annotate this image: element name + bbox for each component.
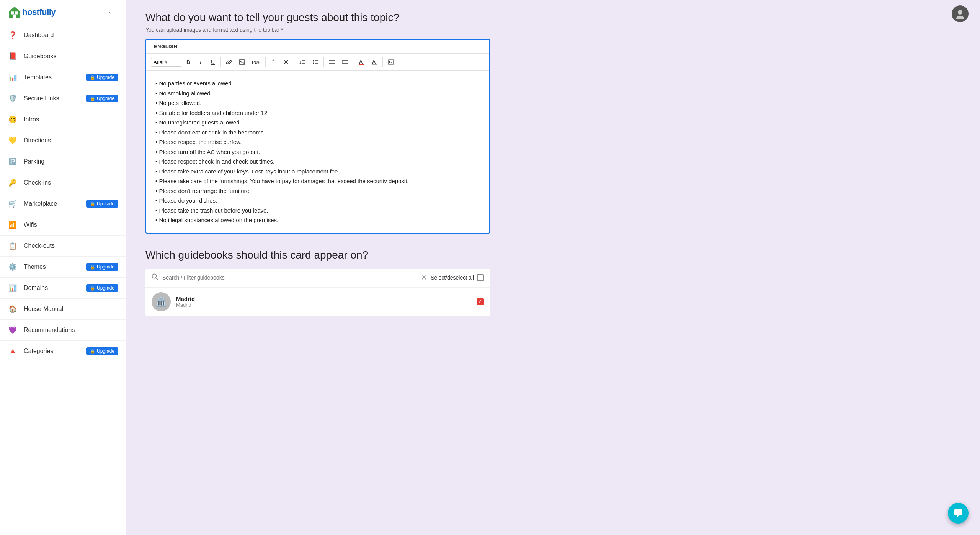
marketplace-upgrade-badge[interactable]: Upgrade <box>86 200 118 208</box>
svg-rect-32 <box>372 64 377 65</box>
svg-marker-28 <box>342 61 343 63</box>
select-all-checkbox[interactable] <box>477 274 484 281</box>
search-input[interactable] <box>162 275 417 281</box>
templates-upgrade-badge[interactable]: Upgrade <box>86 74 118 81</box>
clear-search-button[interactable]: ✕ <box>421 273 427 282</box>
check-outs-label: Check-outs <box>24 242 118 249</box>
domains-icon: 📊 <box>8 283 18 293</box>
guidebooks-label: Guidebooks <box>24 53 118 60</box>
sidebar-item-house-manual[interactable]: 🏠House Manual <box>0 299 126 320</box>
sidebar-header: hostfully ← <box>0 0 126 25</box>
editor-list-item: Please turn off the AC when you go out. <box>155 147 480 157</box>
editor-body[interactable]: No parties or events allowed.No smoking … <box>146 71 489 233</box>
main-content: What do you want to tell your guests abo… <box>126 0 980 535</box>
blockquote-button[interactable]: “ <box>268 57 279 67</box>
wifis-icon: 📶 <box>8 220 18 230</box>
outdent-button[interactable] <box>326 57 338 67</box>
image-button[interactable] <box>236 57 248 67</box>
sidebar-item-recommendations[interactable]: 💜Recommendations <box>0 320 126 341</box>
ordered-list-button[interactable]: 1. <box>297 57 308 67</box>
guidebook-item: 🏛️MadridMadrid <box>145 287 490 316</box>
dashboard-label: Dashboard <box>24 32 118 39</box>
unordered-list-button[interactable] <box>310 57 321 67</box>
link-icon <box>226 59 232 65</box>
categories-upgrade-badge[interactable]: Upgrade <box>86 347 118 355</box>
bold-button[interactable]: B <box>183 57 194 67</box>
sidebar-item-marketplace[interactable]: 🛒MarketplaceUpgrade <box>0 193 126 214</box>
clear-format-button[interactable] <box>280 57 292 67</box>
font-dropdown-icon: ▼ <box>164 60 168 64</box>
font-selector[interactable]: Arial ▼ <box>151 58 181 67</box>
sidebar-item-wifis[interactable]: 📶Wifis <box>0 214 126 236</box>
sidebar-item-intros[interactable]: 😊Intros <box>0 109 126 130</box>
dashboard-icon: ❓ <box>8 30 18 40</box>
guidebooks-box: ✕ Select/deselect all 🏛️MadridMadrid <box>145 269 490 316</box>
editor-list-item: No smoking allowed. <box>155 88 480 98</box>
search-icon <box>152 273 158 282</box>
guidebook-list: 🏛️MadridMadrid <box>145 287 490 316</box>
logo-text: hostfully <box>22 7 56 17</box>
user-avatar-button[interactable] <box>952 5 969 22</box>
sidebar-item-secure-links[interactable]: 🛡️Secure LinksUpgrade <box>0 88 126 109</box>
sidebar-item-parking[interactable]: 🅿️Parking <box>0 151 126 172</box>
secure-links-upgrade-badge[interactable]: Upgrade <box>86 95 118 102</box>
editor-list-item: Please take the trash out before you lea… <box>155 206 480 216</box>
intros-icon: 😊 <box>8 115 18 124</box>
sidebar-item-guidebooks[interactable]: 📕Guidebooks <box>0 46 126 67</box>
svg-rect-7 <box>239 60 245 64</box>
wifis-label: Wifis <box>24 221 118 228</box>
underline-button[interactable]: U <box>207 57 218 67</box>
marketplace-label: Marketplace <box>24 200 80 207</box>
recommendations-icon: 💜 <box>8 325 18 335</box>
themes-label: Themes <box>24 263 80 270</box>
house-manual-label: House Manual <box>24 306 118 312</box>
check-outs-icon: 📋 <box>8 241 18 251</box>
editor-list-item: Please respect the noise curfew. <box>155 137 480 147</box>
toolbar-divider-2 <box>265 57 266 67</box>
toolbar-divider-6 <box>382 57 383 67</box>
editor-toolbar: Arial ▼ B I U PDF “ <box>146 54 489 71</box>
domains-label: Domains <box>24 285 80 291</box>
editor-list-item: Please respect check-in and check-out ti… <box>155 157 480 167</box>
sidebar-item-domains[interactable]: 📊DomainsUpgrade <box>0 278 126 299</box>
svg-point-17 <box>313 63 314 64</box>
highlight-icon: A✦ <box>371 59 377 65</box>
pdf-button[interactable]: PDF <box>249 57 263 67</box>
editor-list-item: Please take extra care of your keys. Los… <box>155 167 480 177</box>
guidebook-thumbnail: 🏛️ <box>152 292 171 311</box>
house-manual-icon: 🏠 <box>8 304 18 314</box>
secure-links-icon: 🛡️ <box>8 93 18 103</box>
sidebar-item-dashboard[interactable]: ❓Dashboard <box>0 25 126 46</box>
italic-button[interactable]: I <box>195 57 206 67</box>
topic-subtitle: You can upload images and format text us… <box>145 27 567 33</box>
link-button[interactable] <box>223 57 235 67</box>
svg-marker-24 <box>329 61 330 63</box>
sidebar-item-categories[interactable]: 🔺CategoriesUpgrade <box>0 341 126 362</box>
intros-label: Intros <box>24 116 118 123</box>
source-button[interactable] <box>385 57 397 67</box>
editor-list-item: Suitable for toddlers and children under… <box>155 108 480 118</box>
chat-bubble[interactable] <box>948 503 969 524</box>
domains-upgrade-badge[interactable]: Upgrade <box>86 284 118 292</box>
svg-rect-3 <box>15 11 18 14</box>
svg-text:✦: ✦ <box>376 60 377 64</box>
guidebook-name: Madrid <box>176 296 472 302</box>
sidebar-item-themes[interactable]: ⚙️ThemesUpgrade <box>0 257 126 278</box>
indent-button[interactable] <box>339 57 351 67</box>
back-button[interactable]: ← <box>105 7 118 18</box>
font-color-button[interactable]: A <box>356 57 367 67</box>
themes-upgrade-badge[interactable]: Upgrade <box>86 263 118 271</box>
highlight-button[interactable]: A✦ <box>369 57 380 67</box>
guidebooks-icon: 📕 <box>8 51 18 61</box>
image-icon <box>239 59 245 65</box>
sidebar-item-check-ins[interactable]: 🔑Check-ins <box>0 172 126 193</box>
svg-point-5 <box>956 16 964 19</box>
sidebar-item-templates[interactable]: 📊TemplatesUpgrade <box>0 67 126 88</box>
svg-text:A: A <box>372 59 376 65</box>
guidebook-checkbox[interactable] <box>477 298 484 305</box>
chat-icon <box>953 508 964 519</box>
font-color-icon: A <box>358 59 364 65</box>
clear-format-icon <box>283 59 289 65</box>
sidebar-item-directions[interactable]: 💛Directions <box>0 130 126 151</box>
sidebar-item-check-outs[interactable]: 📋Check-outs <box>0 236 126 257</box>
